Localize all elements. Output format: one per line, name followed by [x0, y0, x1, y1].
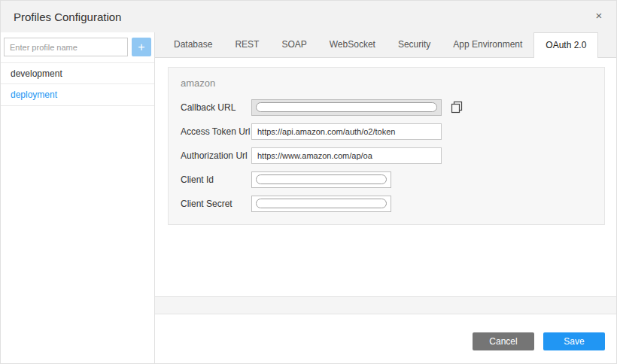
authorization-url-input[interactable]: [251, 147, 442, 164]
footer-strip: [155, 296, 616, 314]
access-token-url-input[interactable]: [251, 123, 442, 140]
tab-websocket[interactable]: WebSocket: [318, 32, 387, 57]
tab-soap[interactable]: SOAP: [270, 32, 318, 57]
form-row-callback-url: Callback URL: [181, 99, 592, 116]
profile-item-deployment[interactable]: deployment: [1, 84, 154, 106]
profile-name-input[interactable]: [4, 38, 128, 56]
client-id-field[interactable]: [251, 171, 391, 188]
client-secret-field[interactable]: [251, 196, 391, 212]
main-area: Database REST SOAP WebSocket Security Ap…: [155, 32, 616, 363]
profile-item-development[interactable]: development: [1, 62, 154, 84]
tab-rest[interactable]: REST: [223, 32, 270, 57]
profile-input-row: +: [1, 32, 154, 61]
profile-item-label: deployment: [11, 89, 57, 100]
callback-url-field[interactable]: [251, 99, 442, 116]
profiles-configuration-dialog: Profiles Configuration × + development d…: [0, 0, 617, 364]
save-button[interactable]: Save: [543, 332, 605, 350]
profiles-sidebar: + development deployment: [1, 32, 155, 363]
profile-item-label: development: [11, 68, 62, 79]
tab-bar: Database REST SOAP WebSocket Security Ap…: [155, 32, 616, 58]
cancel-button[interactable]: Cancel: [473, 332, 534, 350]
dialog-header: Profiles Configuration ×: [1, 1, 616, 32]
form-row-client-secret: Client Secret: [181, 195, 592, 212]
form-row-access-token-url: Access Token Url: [181, 123, 592, 140]
action-buttons: Cancel Save: [473, 332, 605, 350]
tab-app-environment[interactable]: App Environment: [442, 32, 533, 57]
masked-value: [256, 102, 437, 112]
dialog-title: Profiles Configuration: [14, 11, 121, 23]
masked-value: [256, 199, 387, 208]
field-label: Callback URL: [181, 102, 251, 113]
close-icon[interactable]: ×: [592, 9, 606, 23]
field-label: Authorization Url: [181, 150, 251, 161]
add-profile-button[interactable]: +: [132, 38, 151, 56]
tab-database[interactable]: Database: [163, 32, 223, 57]
form-row-client-id: Client Id: [181, 171, 592, 188]
field-label: Access Token Url: [181, 126, 251, 137]
tab-security[interactable]: Security: [387, 32, 442, 57]
copy-icon[interactable]: [451, 101, 463, 114]
field-label: Client Id: [181, 174, 251, 185]
section-title: amazon: [169, 68, 604, 92]
masked-value: [256, 174, 387, 184]
profile-list: development deployment: [1, 62, 154, 106]
tab-oauth-2-0[interactable]: OAuth 2.0: [533, 32, 598, 58]
field-label: Client Secret: [181, 199, 251, 209]
form-row-authorization-url: Authorization Url: [181, 147, 592, 164]
oauth-panel: amazon Callback URL Access Token Url: [168, 67, 605, 225]
